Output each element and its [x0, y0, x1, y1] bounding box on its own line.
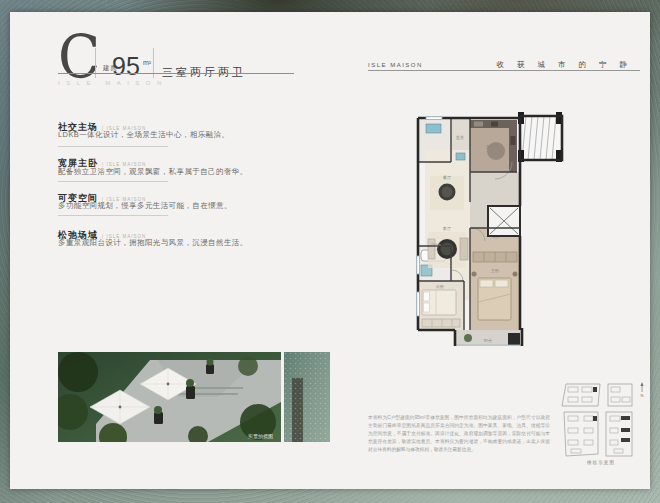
sofa	[460, 238, 468, 260]
keyplan-caption: 楼栋示意图	[558, 460, 644, 465]
slogan: 收获城市的宁静	[440, 60, 640, 70]
room-label-entry: 玄关	[456, 135, 464, 140]
glass-detail-photo	[284, 352, 330, 442]
basin-fixture	[456, 153, 465, 160]
bed-secondary	[422, 290, 456, 315]
left-watermark: ISLE MAISON	[58, 80, 168, 86]
courtyard-photo-image: 实景拍摄图	[58, 352, 281, 442]
section-divider	[58, 181, 168, 182]
room-label-bedroom2: 次卧	[436, 284, 445, 289]
section-body: 多重景观阳台设计，拥抱阳光与风景，沉浸自然生活。	[58, 238, 248, 248]
flue	[508, 333, 520, 345]
brochure-canvas: C 建面 95 m² 三室两厅两卫 ISLE MAISON 社交主场| ISLE…	[0, 0, 660, 503]
room-label-master: 主卧	[491, 268, 500, 273]
courtyard-photo: 实景拍摄图	[58, 352, 281, 442]
room-label-dining: 餐厅	[443, 175, 452, 180]
nightstand	[513, 272, 518, 277]
highlighted-unit	[593, 416, 597, 421]
elevator-shaft	[488, 206, 520, 236]
balcony-plant	[464, 334, 472, 342]
north-arrow-icon: N	[640, 382, 643, 398]
unit-letter: C	[58, 26, 100, 88]
floor-plan: 玄关 厨房 餐厅 客厅 卫生间 次卧 主卧 阳台	[416, 106, 566, 346]
site-key-plan: N	[558, 378, 648, 460]
section-body: LDKB一体化设计，全场景生活中心，相乐融洽。	[58, 130, 229, 140]
nightstand	[472, 272, 477, 277]
highlighted-unit	[621, 416, 630, 420]
room-label-living: 客厅	[443, 226, 452, 231]
area-value: 95	[112, 52, 140, 81]
brochure-spread: C 建面 95 m² 三室两厅两卫 ISLE MAISON 社交主场| ISLE…	[10, 12, 650, 489]
right-header-rule	[368, 70, 640, 71]
disclaimer-text: 本资料为C户型建面约95m²装修示意图，图中所示面积均为建筑面积，户型尺寸以政府…	[368, 414, 550, 453]
planter	[186, 386, 195, 399]
left-header-rule	[58, 73, 294, 74]
floor-plan-drawing: 玄关 厨房 餐厅 客厅 卫生间 次卧 主卧 阳台	[416, 106, 566, 346]
room-label-balcony: 阳台	[484, 338, 492, 343]
north-label: N	[641, 393, 644, 398]
area-unit: m²	[143, 59, 151, 66]
section-body: 配备独立卫浴空间，观景飘窗，私享属于自己的奢华。	[58, 167, 248, 177]
brand-label: ISLE MAISON	[368, 62, 423, 68]
highlighted-unit	[621, 438, 630, 442]
room-label-bath: 卫生间	[431, 242, 442, 247]
key-plan-drawing: N	[558, 378, 648, 460]
sink-fixture	[426, 124, 441, 133]
highlighted-unit	[593, 387, 597, 392]
section-divider	[58, 215, 168, 216]
wardrobe-secondary	[422, 319, 460, 327]
section-body: 多功能空间规划，慢享多元生活可能，自在惬意。	[58, 201, 232, 211]
photo-caption: 实景拍摄图	[248, 433, 273, 440]
highlighted-unit	[621, 428, 630, 432]
glass-detail-image	[284, 352, 330, 442]
bed-master	[478, 278, 511, 320]
room-label-kitchen: 厨房	[486, 144, 494, 149]
section-divider	[58, 146, 168, 147]
